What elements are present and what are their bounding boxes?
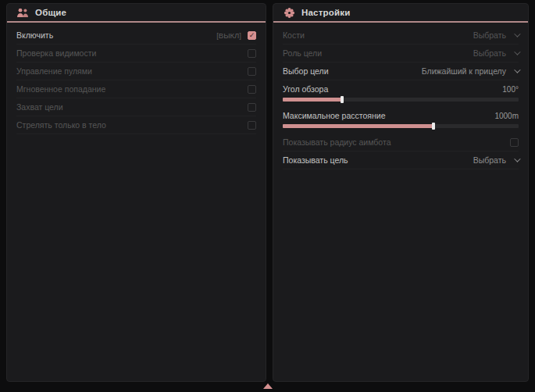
row-bullet-control-label: Управление пулями bbox=[16, 66, 92, 76]
row-target-role-label: Роль цели bbox=[283, 48, 322, 58]
users-icon bbox=[16, 7, 29, 18]
fov-label: Угол обзора bbox=[283, 84, 328, 94]
target-role-dropdown[interactable]: Выбрать bbox=[473, 48, 519, 58]
row-target-lock: Захват цели bbox=[16, 98, 256, 116]
row-instant-hit-label: Мгновенное попадание bbox=[16, 84, 105, 94]
show-target-dropdown[interactable]: Выбрать bbox=[473, 155, 519, 165]
keybind-hint: [ВЫКЛ] bbox=[216, 31, 241, 40]
row-body-only-label: Стрелять только в тело bbox=[16, 120, 106, 130]
general-rows: Включить [ВЫКЛ] ✓ Проверка видимости Упр… bbox=[7, 23, 266, 134]
max-distance-label: Максимальное расстояние bbox=[283, 111, 385, 120]
fov-slider[interactable] bbox=[283, 98, 519, 102]
fov-slider-handle[interactable] bbox=[341, 96, 344, 103]
bones-dropdown-value: Выбрать bbox=[473, 30, 506, 40]
show-radius-checkbox[interactable] bbox=[510, 138, 519, 147]
general-panel-title: Общие bbox=[35, 8, 66, 17]
max-distance-slider-handle[interactable] bbox=[432, 123, 435, 130]
max-distance-slider-group: Максимальное расстояние 1000m bbox=[283, 107, 519, 128]
fov-slider-group: Угол обзора 100° bbox=[283, 80, 519, 102]
row-bones-label: Кости bbox=[283, 30, 305, 40]
enable-checkbox[interactable]: ✓ bbox=[248, 31, 256, 40]
row-target-lock-label: Захват цели bbox=[16, 102, 63, 112]
instant-hit-checkbox[interactable] bbox=[248, 85, 256, 94]
body-only-checkbox[interactable] bbox=[248, 121, 256, 130]
max-distance-slider[interactable] bbox=[283, 124, 519, 128]
row-enable: Включить [ВЫКЛ] ✓ bbox=[16, 27, 256, 45]
settings-panel: Настройки Кости Выбрать Роль цели Выбрат… bbox=[273, 3, 529, 382]
visibility-check-checkbox[interactable] bbox=[248, 49, 256, 58]
row-show-target-label: Показывать цель bbox=[283, 155, 348, 165]
fov-value: 100° bbox=[502, 85, 519, 94]
chevron-down-icon bbox=[514, 48, 520, 55]
chevron-down-icon bbox=[514, 66, 520, 73]
target-role-dropdown-value: Выбрать bbox=[473, 48, 506, 58]
max-distance-value: 1000m bbox=[494, 112, 519, 120]
settings-panel-header: Настройки bbox=[273, 4, 528, 23]
row-enable-label: Включить bbox=[16, 30, 53, 40]
row-show-radius-label: Показывать радиус аимбота bbox=[283, 137, 391, 147]
show-target-dropdown-value: Выбрать bbox=[473, 155, 506, 165]
row-bones: Кости Выбрать bbox=[283, 27, 519, 45]
row-show-target: Показывать цель Выбрать bbox=[283, 151, 519, 169]
target-selection-dropdown[interactable]: Ближайший к прицелу bbox=[422, 66, 519, 76]
row-bullet-control: Управление пулями bbox=[16, 62, 256, 80]
max-distance-slider-fill bbox=[283, 124, 433, 128]
scroll-up-indicator[interactable] bbox=[263, 383, 273, 389]
target-selection-dropdown-value: Ближайший к прицелу bbox=[422, 66, 506, 76]
bones-dropdown[interactable]: Выбрать bbox=[473, 30, 519, 40]
row-target-selection: Выбор цели Ближайший к прицелу bbox=[283, 62, 519, 80]
settings-panel-title: Настройки bbox=[301, 8, 350, 17]
general-panel-header: Общие bbox=[7, 4, 266, 23]
row-target-selection-label: Выбор цели bbox=[283, 66, 329, 76]
row-body-only: Стрелять только в тело bbox=[16, 116, 256, 134]
settings-rows: Кости Выбрать Роль цели Выбрать Выбор це… bbox=[273, 23, 528, 169]
row-visibility-check-label: Проверка видимости bbox=[16, 48, 96, 58]
general-panel: Общие Включить [ВЫКЛ] ✓ Проверка видимос… bbox=[6, 3, 266, 382]
row-visibility-check: Проверка видимости bbox=[16, 45, 256, 62]
target-lock-checkbox[interactable] bbox=[248, 103, 256, 112]
row-show-radius: Показывать радиус аимбота bbox=[283, 134, 519, 151]
chevron-down-icon bbox=[514, 155, 520, 162]
bullet-control-checkbox[interactable] bbox=[248, 67, 256, 76]
row-target-role: Роль цели Выбрать bbox=[283, 45, 519, 62]
fov-slider-fill bbox=[283, 98, 342, 102]
chevron-down-icon bbox=[514, 30, 520, 37]
gear-icon bbox=[283, 7, 295, 18]
row-instant-hit: Мгновенное попадание bbox=[16, 80, 256, 98]
